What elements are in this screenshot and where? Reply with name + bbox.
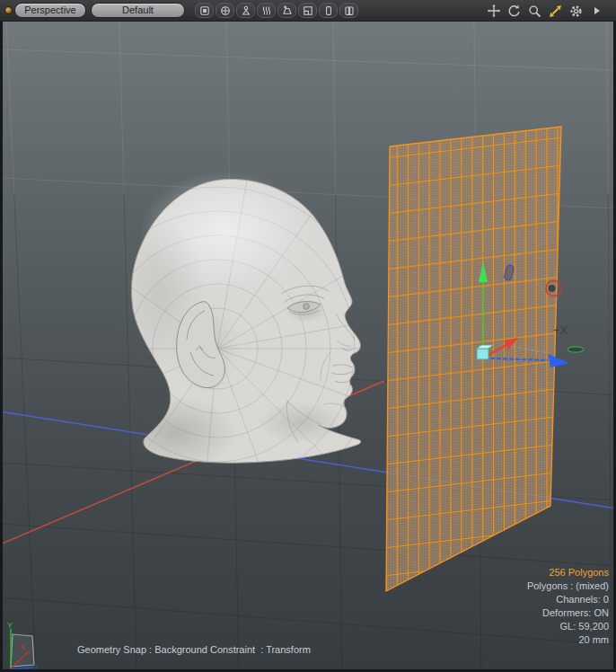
- deformers-state: Deformers: ON: [527, 606, 609, 620]
- widget-z-label: Z: [34, 664, 39, 672]
- environment-waves-icon[interactable]: [257, 3, 276, 18]
- view-type-dropdown[interactable]: Perspective: [14, 3, 86, 18]
- gl-count: GL: 59,200: [527, 620, 609, 633]
- viewport-nav-tools: [485, 3, 605, 19]
- settings-gear-icon[interactable]: [568, 3, 585, 19]
- selection-mode: Polygons : (mixed): [527, 579, 609, 593]
- zoom-icon[interactable]: [526, 3, 543, 19]
- viewport-info-readout: 256 Polygons Polygons : (mixed) Channels…: [527, 566, 609, 647]
- shading-mode-dropdown[interactable]: Default: [91, 3, 185, 18]
- light-icon[interactable]: [277, 3, 296, 18]
- scene-canvas: +X Y X Z: [0, 22, 616, 672]
- workplane-icon[interactable]: [298, 3, 317, 18]
- widget-y-label: Y: [7, 621, 13, 630]
- gizmo-rotate-ring[interactable]: [568, 347, 584, 352]
- pan-icon[interactable]: [485, 3, 502, 19]
- shading-sphere-icon[interactable]: [216, 3, 234, 18]
- modo-3d-viewport-window: Perspective Default: [0, 0, 616, 672]
- item-pivot-dot: [549, 285, 556, 292]
- split-view-icon[interactable]: [339, 3, 358, 18]
- viewport-toolbar: Perspective Default: [0, 0, 616, 22]
- widget-x-label: X: [20, 642, 25, 651]
- viewport-menu-dot[interactable]: [4, 6, 13, 14]
- single-view-icon[interactable]: [319, 3, 338, 18]
- figure-icon[interactable]: [236, 3, 255, 18]
- expand-arrow-icon[interactable]: [588, 3, 605, 19]
- selection-count: 256 Polygons: [527, 566, 609, 579]
- perspective-3d-viewport[interactable]: +X Y X Z: [0, 22, 616, 672]
- snap-status-line: Geometry Snap : Background Constraint : …: [77, 644, 311, 655]
- render-preview-icon[interactable]: [195, 3, 214, 18]
- orbit-icon[interactable]: [506, 3, 523, 19]
- gizmo-axis-label: +X: [553, 323, 568, 337]
- grid-size: 20 mm: [527, 633, 609, 647]
- channels-count: Channels: 0: [527, 593, 609, 606]
- widget-z-axis: [9, 668, 33, 669]
- maximize-icon[interactable]: [547, 3, 564, 19]
